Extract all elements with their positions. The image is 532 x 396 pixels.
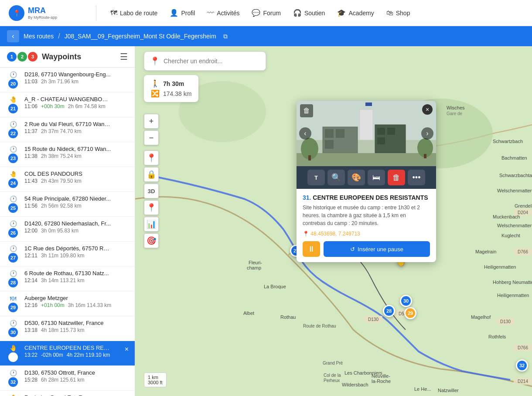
nav-academy-label: Academy [348,10,374,17]
svg-text:D766: D766 [518,345,528,350]
marker-28[interactable]: 28 [383,305,395,317]
shop-icon: 🛍 [386,9,393,17]
waypoint-item-28[interactable]: 🕐 28 6 Route de Rothau, 67130 Natz... 12… [0,266,135,291]
wp-stats: 2h 3m 71.96 km [41,79,78,85]
wp-number: 22 [8,129,18,138]
svg-rect-61 [336,129,344,138]
wp-left: 🤚 33 [5,394,21,396]
wp-extra: +01h 00m [41,302,65,308]
waypoint-item-24[interactable]: 🤚 24 COL DES PANDOURS 11:43 2h 43m 79.50… [0,167,135,192]
popup-close-button[interactable]: × [422,104,433,115]
breadcrumb-back-button[interactable]: ‹ [7,30,19,42]
wp-number: 23 [8,154,18,163]
popup-next-button[interactable]: › [421,127,433,140]
wp-time-row: 12:16 +01h 00m 3h 16m 114.33 km [24,302,130,308]
wp-stats: 4h 18m 115.73 km [41,327,84,333]
popup-coords: 📍 48.453698, 7.249713 [303,231,430,237]
waypoint-item-20[interactable]: 🕐 20 D218, 67710 Wangenbourg-Eng... 11:0… [0,68,135,92]
nav-profil[interactable]: 👤 Profil [164,5,200,20]
popup-trash-button[interactable]: 🗑 [300,104,313,117]
svg-text:Welschenmattern: Welschenmattern [497,223,532,228]
waypoint-item-30[interactable]: 🕐 30 D530, 67130 Natzwiller, France 13:1… [0,316,135,341]
zoom-in-button[interactable]: + [144,114,159,129]
popup-text-tool[interactable]: T [307,170,325,185]
wp-time-row: 11:38 2h 38m 75.24 km [24,153,130,159]
popup-delete-tool[interactable]: 🗑 [388,170,405,185]
nav-shop[interactable]: 🛍 Shop [381,6,416,20]
waypoint-add-button[interactable]: 📍 [144,200,159,215]
nav-activites[interactable]: 〰 Activités [202,6,245,20]
waypoint-item-21[interactable]: 🤚 21 A_R - CHATEAU WANGENBOURG 11:06 +00… [0,92,135,117]
3d-button[interactable]: 3D [144,184,159,198]
lock-button[interactable]: 🔒 [144,167,159,182]
logo-mra: MRA [28,6,57,15]
wp-time-row: 13:22 -02h 00m 4h 22m 119.10 km [24,352,120,358]
svg-text:Natzwiller: Natzwiller [438,388,459,393]
waypoint-item-23[interactable]: 🕐 23 15 Route du Nideck, 67710 Wan... 11… [0,142,135,167]
breadcrumb-link-icon[interactable]: ⧉ [223,33,228,40]
wp-time: 13:18 [24,327,38,333]
wp-extra: -02h 00m [41,352,63,358]
compass-button[interactable]: 🎯 [144,233,159,248]
location-pin-button[interactable]: 📍 [144,150,159,165]
wp-type-icon: 🕐 [10,121,17,128]
svg-text:Heiligenmatten: Heiligenmatten [484,264,516,270]
route-icon: 🔀 [151,89,160,98]
nav-academy[interactable]: 🎓 Academy [332,5,379,20]
search-location-icon: 📍 [150,56,160,66]
waypoint-item-27[interactable]: 🕐 27 1C Rue des Déportés, 67570 Rot... 1… [0,242,135,266]
map-search-input[interactable] [144,51,266,71]
popup-bed-tool[interactable]: 🛏 [368,170,385,185]
breadcrumb-current-route: J08_SAM__09_Fegersheim_Mont St Odile_Feg… [65,33,216,40]
header: 📍 MRA By MyRoute-app 🗺 Labo de route 👤 P… [0,0,532,26]
nav-forum[interactable]: 💬 Forum [246,5,286,20]
waypoint-item-29[interactable]: 🍽 29 Auberge Metzger 12:16 +01h 00m 3h 1… [0,291,135,316]
marker-30[interactable]: 30 [400,295,412,307]
wp-type-icon: 🕐 [10,369,17,376]
waypoint-item-33[interactable]: 🤚 33 Rosheim, Grand Est, France 15:49 6h… [0,391,135,396]
popup-content: 31. CENTRE EUROPEEN DES RESISTANTS Site … [297,189,436,262]
popup-prev-button[interactable]: ‹ [299,127,311,140]
wp-content: Auberge Metzger 12:16 +01h 00m 3h 16m 11… [24,295,130,308]
close-icon: × [426,106,429,113]
wp-content: A_R - CHATEAU WANGENBOURG 11:06 +00h 30m… [24,96,130,109]
popup-yellow-button[interactable]: ⏸ [303,241,320,257]
wp-number: 20 [8,79,18,89]
wp-number: 28 [8,278,18,287]
wp-close-button[interactable]: × [124,345,130,354]
wp-left: 🕐 32 [5,369,21,387]
svg-text:Hohberg Neumatten: Hohberg Neumatten [493,280,532,285]
nav-soutien-label: Soutien [304,10,325,17]
waypoint-item-25[interactable]: 🕐 25 54 Rue Principale, 67280 Nieder... … [0,192,135,217]
popup-more-tool[interactable]: ••• [408,170,425,185]
sidebar-menu-icon[interactable]: ☰ [120,51,128,62]
poi-popup: 🗑 × ‹ › T 🔍 🎨 🛏 🗑 ••• [297,101,436,262]
scale-1km: 1 km [148,375,163,380]
breadcrumb-routes[interactable]: Mes routes [24,33,54,40]
wp-time: 12:14 [24,277,38,283]
waypoint-item-32[interactable]: 🕐 32 D130, 67530 Ottrott, France 15:28 6… [0,366,135,391]
wp-name: COL DES PANDOURS [24,171,112,177]
marker-29[interactable]: 29 [404,307,416,319]
wp-number: 25 [8,203,18,213]
chart-button[interactable]: 📊 [144,217,159,232]
nav-soutien[interactable]: 🎧 Soutien [288,5,330,20]
wp-time-row: 11:03 2h 3m 71.96 km [24,79,130,85]
waypoint-item-31[interactable]: 🤚 31 CENTRE EUROPEEN DES RESISTA... 13:2… [0,341,135,366]
wp-stats: 2h 43m 79.50 km [41,178,82,184]
popup-palette-tool[interactable]: 🎨 [348,170,365,185]
waypoint-item-26[interactable]: 🕐 26 D1420, 67280 Niederhaslach, Fr... 1… [0,217,135,242]
svg-rect-67 [297,153,436,166]
svg-text:Fleuri-: Fleuri- [249,260,263,265]
waypoint-item-22[interactable]: 🕐 22 2 Rue du Val Fleuri, 67710 Wang... … [0,117,135,142]
wp-type-icon: 🕐 [10,195,17,202]
zoom-out-button[interactable]: − [144,130,159,145]
marker-32[interactable]: 32 [516,359,528,372]
wp-type-icon: 🕐 [10,270,17,277]
popup-search-tool[interactable]: 🔍 [327,170,345,185]
popup-insert-pause-button[interactable]: ↺ Insérer une pause [324,241,430,257]
wp-left: 🤚 21 [5,96,21,113]
wp-time: 13:22 [24,352,38,358]
nav-labo[interactable]: 🗺 Labo de route [105,6,163,20]
sidebar-header: 1 2 3 Waypoints ☰ [0,46,135,68]
